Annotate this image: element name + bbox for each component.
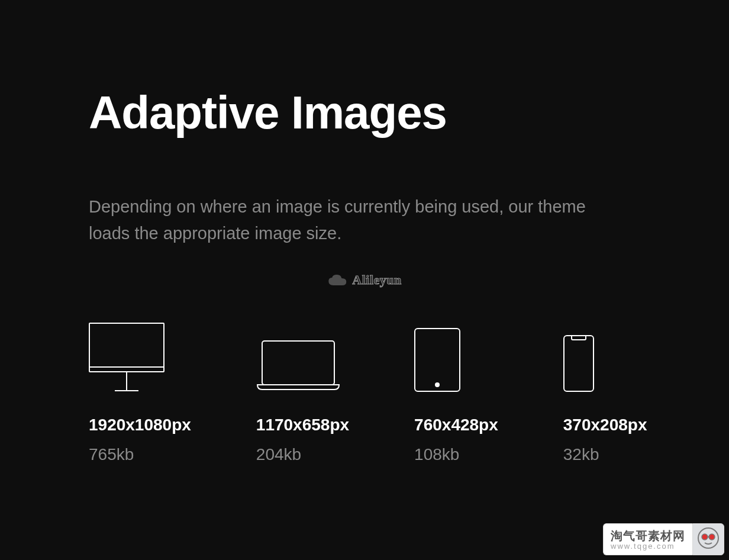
device-card-tablet: 760x428px 108kb	[414, 321, 498, 464]
glasses-face-icon	[697, 527, 720, 552]
device-dimensions: 370x208px	[563, 416, 647, 435]
footer-badge-title: 淘气哥素材网	[611, 529, 685, 542]
footer-badge: 淘气哥素材网 www.tqge.com	[603, 523, 724, 555]
svg-rect-7	[564, 336, 593, 391]
device-dimensions: 1920x1080px	[89, 416, 191, 435]
device-filesize: 765kb	[89, 445, 191, 464]
device-card-phone: 370x208px 32kb	[563, 321, 647, 464]
page: Adaptive Images Depending on where an im…	[0, 0, 729, 464]
footer-badge-url: www.tqge.com	[611, 542, 685, 551]
device-filesize: 108kb	[414, 445, 498, 464]
footer-badge-avatar	[692, 523, 724, 555]
device-filesize: 204kb	[256, 445, 349, 464]
device-grid: 1920x1080px 765kb 1170x658px 204kb 760x4…	[89, 321, 640, 464]
footer-badge-label: 淘气哥素材网 www.tqge.com	[603, 523, 692, 555]
device-dimensions: 760x428px	[414, 416, 498, 435]
device-card-laptop: 1170x658px 204kb	[256, 321, 349, 464]
phone-icon	[563, 321, 647, 392]
tablet-icon	[414, 321, 498, 392]
device-filesize: 32kb	[563, 445, 647, 464]
svg-rect-4	[262, 341, 334, 385]
center-watermark: Alileyun	[327, 272, 401, 288]
svg-rect-0	[89, 323, 164, 372]
page-subtitle: Depending on where an image is currently…	[89, 194, 621, 247]
svg-rect-5	[415, 329, 460, 391]
device-dimensions: 1170x658px	[256, 416, 349, 435]
svg-point-9	[702, 534, 708, 540]
cloud-icon	[327, 273, 347, 287]
desktop-icon	[89, 321, 191, 392]
svg-point-8	[698, 528, 718, 548]
laptop-icon	[256, 321, 349, 392]
page-title: Adaptive Images	[89, 89, 640, 137]
svg-point-10	[709, 534, 715, 540]
device-card-desktop: 1920x1080px 765kb	[89, 321, 191, 464]
center-watermark-text: Alileyun	[352, 272, 401, 288]
svg-point-6	[435, 382, 440, 387]
